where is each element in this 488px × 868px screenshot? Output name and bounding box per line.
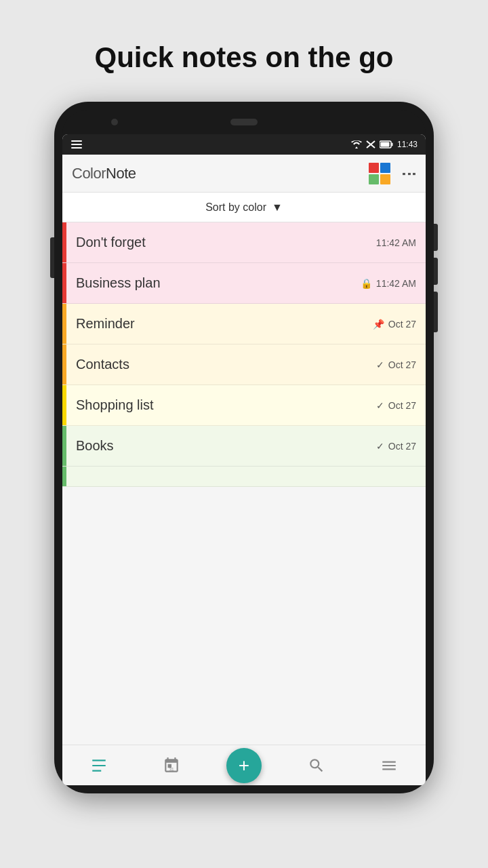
note-item[interactable] — [62, 467, 426, 487]
wifi-icon — [351, 140, 362, 149]
dropdown-icon: ▼ — [272, 201, 283, 214]
note-title: Don't forget — [76, 235, 146, 250]
svg-text:31: 31 — [169, 766, 174, 771]
time-display: 11:43 — [397, 140, 418, 149]
power-button — [434, 292, 438, 332]
app-bar-right: ⋮ — [369, 163, 416, 184]
check-icon: ✓ — [376, 441, 384, 452]
nav-menu-button[interactable] — [353, 757, 426, 774]
svg-rect-1 — [71, 144, 82, 145]
note-item[interactable]: Books ✓ Oct 27 — [62, 426, 426, 467]
svg-rect-6 — [391, 143, 392, 146]
fab-button[interactable]: + — [226, 748, 262, 783]
menu-icon — [380, 757, 398, 774]
status-bar-right: 11:43 — [351, 140, 418, 149]
fab-icon: + — [239, 756, 249, 775]
color-grid-icon[interactable] — [369, 163, 390, 184]
app-bar: ColorNote ⋮ — [62, 155, 426, 193]
note-meta: 🔒 11:42 AM — [361, 278, 416, 289]
note-item[interactable]: Business plan 🔒 11:42 AM — [62, 263, 426, 304]
left-button — [50, 237, 54, 278]
note-item[interactable]: Contacts ✓ Oct 27 — [62, 344, 426, 385]
signal-icon — [366, 140, 375, 149]
phone-screen: 11:43 ColorNote ⋮ Sort by color — [62, 134, 426, 785]
page-title: Quick notes on the go — [67, 41, 420, 75]
svg-rect-7 — [380, 142, 389, 147]
sort-label: Sort by color ▼ — [205, 201, 283, 214]
nav-notes-button[interactable] — [62, 757, 135, 774]
svg-rect-0 — [71, 140, 82, 142]
note-title: Shopping list — [76, 397, 154, 413]
nav-calendar-button[interactable]: 31 — [135, 757, 207, 774]
status-bar: 11:43 — [62, 134, 426, 155]
svg-rect-2 — [71, 147, 82, 149]
calendar-icon: 31 — [163, 757, 180, 774]
more-options-button[interactable]: ⋮ — [401, 165, 416, 182]
note-meta: ✓ Oct 27 — [376, 441, 416, 452]
app-logo: ColorNote — [72, 165, 136, 182]
notes-icon — [90, 757, 108, 774]
notes-list: Don't forget 11:42 AM Business plan 🔒 11… — [62, 222, 426, 745]
notification-icon — [70, 140, 83, 149]
phone-wrapper: 11:43 ColorNote ⋮ Sort by color — [54, 102, 434, 793]
phone-speaker — [230, 119, 258, 125]
note-item[interactable]: Reminder 📌 Oct 27 — [62, 304, 426, 344]
volume-down-button — [434, 258, 438, 285]
note-meta: 📌 Oct 27 — [373, 319, 416, 330]
sort-bar[interactable]: Sort by color ▼ — [62, 193, 426, 222]
bottom-nav: 31 + — [62, 745, 426, 785]
note-item[interactable]: Shopping list ✓ Oct 27 — [62, 385, 426, 426]
check-icon: ✓ — [376, 400, 384, 411]
note-title: Contacts — [76, 357, 129, 372]
note-title: Business plan — [76, 275, 161, 291]
note-item[interactable]: Don't forget 11:42 AM — [62, 222, 426, 263]
volume-up-button — [434, 224, 438, 251]
note-title: Books — [76, 438, 114, 454]
status-bar-left — [70, 140, 83, 149]
phone-top-bar — [62, 110, 426, 134]
battery-icon — [380, 140, 393, 149]
check-icon: ✓ — [376, 359, 384, 370]
lock-icon: 🔒 — [361, 278, 372, 289]
note-meta: ✓ Oct 27 — [376, 359, 416, 370]
front-camera — [111, 119, 118, 125]
search-icon — [308, 757, 325, 774]
note-meta: ✓ Oct 27 — [376, 400, 416, 411]
note-meta: 11:42 AM — [376, 237, 416, 248]
pin-icon: 📌 — [373, 319, 384, 330]
nav-search-button[interactable] — [281, 757, 353, 774]
note-title: Reminder — [76, 316, 135, 332]
